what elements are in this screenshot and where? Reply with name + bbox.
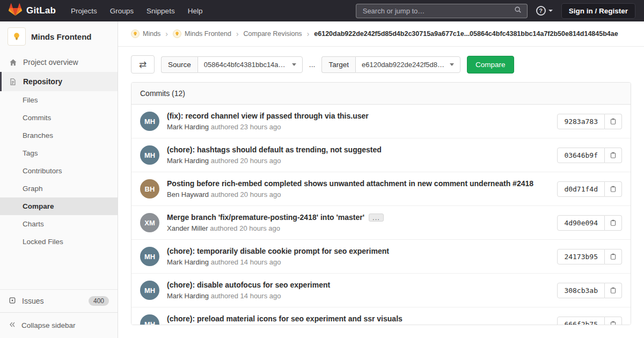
commit-list: MH (fix): record channel view if passed … xyxy=(131,105,631,325)
source-revision-dropdown[interactable]: 05864c4bfc4381bbc14a… xyxy=(197,56,303,73)
commit-row: MH (chore): temporarily disable cookie p… xyxy=(131,240,631,274)
sidebar-subitem-locked-files[interactable]: Locked Files xyxy=(0,233,118,251)
copy-sha-button[interactable] xyxy=(605,181,622,197)
issues-icon xyxy=(9,297,16,306)
breadcrumb-separator-icon xyxy=(236,30,239,38)
copy-sha-button[interactable] xyxy=(605,148,622,163)
commit-author[interactable]: Mark Harding xyxy=(167,258,209,266)
target-revision-dropdown[interactable]: e6120dab922de242f5d8… xyxy=(355,56,460,73)
issues-count-badge: 400 xyxy=(89,296,109,306)
swap-arrows-icon: ⇄ xyxy=(139,59,147,70)
commit-author[interactable]: Xander Miller xyxy=(167,224,208,232)
commits-panel-header: Commits (12) xyxy=(131,83,631,105)
nav-groups[interactable]: Groups xyxy=(110,7,134,15)
clipboard-icon xyxy=(610,185,617,193)
commit-sha-link[interactable]: d0d71f4d xyxy=(557,181,605,197)
chevron-down-icon xyxy=(548,10,553,12)
breadcrumb-minds-frontend[interactable]: Minds Frontend xyxy=(173,30,231,38)
author-avatar: MH xyxy=(140,314,159,325)
sidebar-subitem-contributors[interactable]: Contributors xyxy=(0,162,118,180)
copy-sha-button[interactable] xyxy=(605,283,622,298)
commit-row: MH (chore): disable autofocus for seo ex… xyxy=(131,274,631,307)
search-icon xyxy=(514,6,522,16)
commit-author[interactable]: Mark Harding xyxy=(167,157,209,165)
gitlab-home-link[interactable]: GitLab xyxy=(9,3,56,18)
breadcrumb-compare-revisions[interactable]: Compare Revisions xyxy=(244,30,302,38)
sidebar-subitem-branches[interactable]: Branches xyxy=(0,127,118,144)
compare-button[interactable]: Compare xyxy=(467,56,514,74)
author-avatar: MH xyxy=(140,247,159,266)
sidebar-item-label: Issues xyxy=(22,297,43,305)
sidebar-item-label: Repository xyxy=(23,77,62,86)
chevron-down-icon xyxy=(292,63,296,66)
commit-sha-link[interactable]: 308cb3ab xyxy=(557,283,605,298)
commit-row: MH (fix): record channel view if passed … xyxy=(131,105,631,138)
commit-sha-link[interactable]: 03646b9f xyxy=(557,148,605,163)
commit-timestamp: authored 20 hours ago xyxy=(210,224,280,232)
nav-projects[interactable]: Projects xyxy=(71,7,97,15)
commit-title-text: Merge branch 'fix/premature-posting-2418… xyxy=(167,213,364,222)
commit-sha-link[interactable]: 9283a783 xyxy=(557,114,605,129)
commit-meta: Mark Harding authored 14 hours ago xyxy=(167,258,550,266)
commit-author[interactable]: Mark Harding xyxy=(167,292,209,300)
search-input[interactable] xyxy=(362,6,514,16)
commit-sha-group: 9283a783 xyxy=(557,114,622,129)
commit-sha-group: 03646b9f xyxy=(557,148,622,163)
commit-meta: Mark Harding authored 14 hours ago xyxy=(167,292,550,300)
commit-title-link[interactable]: Merge branch 'fix/premature-posting-2418… xyxy=(167,213,550,222)
commit-sha-link[interactable]: 4d90e094 xyxy=(557,215,605,231)
commit-title-link[interactable]: (chore): preload material icons for seo … xyxy=(167,314,550,323)
nav-help[interactable]: Help xyxy=(188,7,203,15)
copy-sha-button[interactable] xyxy=(605,114,622,129)
breadcrumb-label: Minds xyxy=(143,30,160,38)
breadcrumb-label: Minds Frontend xyxy=(185,30,231,38)
breadcrumb-minds[interactable]: Minds xyxy=(131,30,160,38)
commit-sha-link[interactable]: 666f2b75 xyxy=(557,317,605,326)
revision-range-text: e6120dab922de242f5d85d4b2c30715a9a677c1e… xyxy=(314,30,618,38)
breadcrumb-separator-icon xyxy=(165,30,168,38)
commit-title-link[interactable]: (fix): record channel view if passed thr… xyxy=(167,112,550,120)
commits-panel: Commits (12) MH (fix): record channel vi… xyxy=(131,82,631,325)
repository-submenu: Files Commits Branches Tags Contributors… xyxy=(0,91,118,251)
collapse-sidebar-button[interactable]: Collapse sidebar xyxy=(0,312,118,338)
commit-meta: Mark Harding authored 20 hours ago xyxy=(167,157,550,165)
target-revision-value: e6120dab922de242f5d8… xyxy=(362,61,444,69)
copy-sha-button[interactable] xyxy=(605,215,622,231)
commit-author[interactable]: Ben Hayward xyxy=(167,190,209,199)
nav-snippets[interactable]: Snippets xyxy=(147,7,175,15)
source-label: Source xyxy=(161,56,197,73)
commit-author[interactable]: Mark Harding xyxy=(167,123,209,131)
question-icon: ? xyxy=(536,6,546,16)
sidebar-subitem-charts[interactable]: Charts xyxy=(0,215,118,233)
copy-sha-button[interactable] xyxy=(605,249,622,264)
global-search-box[interactable] xyxy=(356,4,528,18)
sign-in-button[interactable]: Sign in / Register xyxy=(561,3,635,19)
commit-sha-group: 666f2b75 xyxy=(557,317,622,326)
commit-sha-link[interactable]: 24173b95 xyxy=(557,249,605,264)
commit-title-link[interactable]: (chore): temporarily disable cookie prom… xyxy=(167,247,550,255)
help-dropdown[interactable]: ? xyxy=(536,6,553,16)
commit-title-link[interactable]: (chore): disable autofocus for seo exper… xyxy=(167,281,550,289)
project-header[interactable]: Minds Frontend xyxy=(0,21,118,53)
swap-revisions-button[interactable]: ⇄ xyxy=(131,55,155,74)
expand-commit-message-button[interactable]: ... xyxy=(369,214,384,222)
sidebar-subitem-commits[interactable]: Commits xyxy=(0,109,118,127)
target-input-group: Target e6120dab922de242f5d8… xyxy=(321,56,460,73)
breadcrumb-label: Compare Revisions xyxy=(244,30,302,38)
commit-timestamp: authored 20 hours ago xyxy=(211,190,281,199)
sidebar-item-project-overview[interactable]: Project overview xyxy=(0,53,118,72)
sidebar-subitem-files[interactable]: Files xyxy=(0,91,118,109)
project-avatar xyxy=(8,27,26,46)
copy-sha-button[interactable] xyxy=(605,317,622,326)
commit-row: MH (chore): preload material icons for s… xyxy=(131,307,631,325)
sidebar-subitem-tags[interactable]: Tags xyxy=(0,144,118,162)
sidebar-subitem-graph[interactable]: Graph xyxy=(0,180,118,197)
commit-timestamp: authored 14 hours ago xyxy=(211,258,281,266)
commit-title-link[interactable]: (chore): hashtags should default as tren… xyxy=(167,145,550,154)
commit-title-link[interactable]: Posting before rich-embed completed show… xyxy=(167,179,550,188)
sidebar-item-repository[interactable]: Repository xyxy=(0,72,118,91)
project-mini-avatar xyxy=(173,30,181,38)
sidebar-subitem-compare[interactable]: Compare xyxy=(0,197,118,215)
sidebar-item-issues[interactable]: Issues 400 xyxy=(0,289,118,312)
author-avatar: BH xyxy=(140,179,159,199)
